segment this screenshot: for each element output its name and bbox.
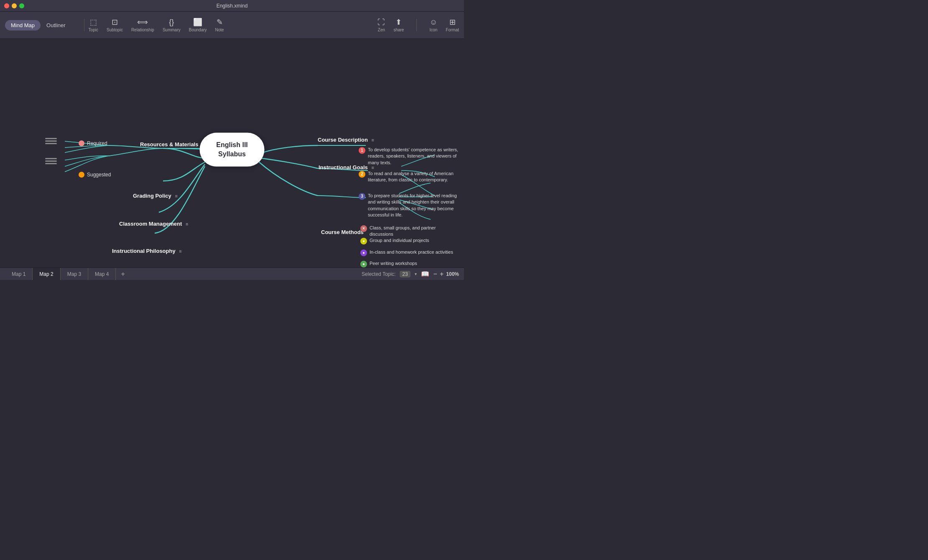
method-1-bullet: × xyxy=(360,225,367,232)
bottombar: Map 1 Map 2 Map 3 Map 4 + Selected Topic… xyxy=(0,267,464,280)
toolbar-divider xyxy=(84,19,84,31)
window-title: English.xmind xyxy=(217,3,248,9)
view-mode-group: Mind Map Outliner xyxy=(5,20,71,31)
goal-1[interactable]: 1 To develop students' competence as wri… xyxy=(359,147,461,166)
close-button[interactable] xyxy=(4,3,9,8)
chevron-down-icon[interactable]: ▾ xyxy=(415,272,417,276)
summary-icon: {} xyxy=(169,18,174,26)
map-tab-2[interactable]: Map 2 xyxy=(33,268,60,280)
boundary-button[interactable]: ⬜ Boundary xyxy=(189,18,207,32)
icon-button[interactable]: ☺ Icon xyxy=(429,18,437,32)
goal-2[interactable]: 2 To read and analyse a variety of Ameri… xyxy=(359,171,461,183)
central-node[interactable]: English III Syllabus xyxy=(200,133,265,167)
method-4-bullet: ● xyxy=(360,261,367,267)
required-dot xyxy=(79,140,84,146)
toolbar-divider-right xyxy=(416,19,417,31)
required-dots xyxy=(45,138,57,144)
toolbar-right: ⛶ Zen ⬆ share ☺ Icon ⊞ Format xyxy=(377,18,459,32)
topic-grading[interactable]: Grading Policy ≡ xyxy=(133,193,178,199)
topic-instructional-phil[interactable]: Instructional Philosophy ≡ xyxy=(112,248,182,254)
traffic-lights xyxy=(4,3,24,8)
topic-count: 23 xyxy=(400,271,410,277)
titlebar: English.xmind xyxy=(0,0,464,12)
map-tab-1[interactable]: Map 1 xyxy=(5,268,33,280)
mindmap-canvas[interactable]: English III Syllabus Resources & Materia… xyxy=(0,39,464,267)
share-icon: ⬆ xyxy=(395,18,402,26)
minimize-button[interactable] xyxy=(12,3,17,8)
goal-1-bullet: 1 xyxy=(359,147,365,154)
subtopic-icon: ⊡ xyxy=(112,18,118,26)
inst-phil-note-icon: ≡ xyxy=(179,249,181,254)
subtopic-button[interactable]: ⊡ Subtopic xyxy=(107,18,123,32)
maximize-button[interactable] xyxy=(19,3,24,8)
zoom-controls: − + 100% xyxy=(433,270,459,278)
topic-classroom[interactable]: Classroom Management ≡ xyxy=(119,221,188,227)
topic-button[interactable]: ⬚ Topic xyxy=(89,18,98,32)
suggested-dot xyxy=(79,172,84,178)
course-desc-note-icon: ≡ xyxy=(372,137,374,143)
res-suggested[interactable]: Suggested xyxy=(79,172,111,178)
icon-icon: ☺ xyxy=(430,18,437,26)
central-node-text: English III xyxy=(216,141,248,148)
note-button[interactable]: ✎ Note xyxy=(215,18,224,32)
mindmap-view-button[interactable]: Mind Map xyxy=(5,20,41,31)
boundary-icon: ⬜ xyxy=(193,18,202,26)
map-tab-4[interactable]: Map 4 xyxy=(88,268,116,280)
goal-3-bullet: 3 xyxy=(359,193,365,200)
classroom-note-icon: ≡ xyxy=(186,221,188,227)
map-tab-3[interactable]: Map 3 xyxy=(61,268,88,280)
topic-icon: ⬚ xyxy=(90,18,97,26)
zoom-in-button[interactable]: + xyxy=(440,270,444,278)
zen-button[interactable]: ⛶ Zen xyxy=(377,18,385,32)
zoom-out-button[interactable]: − xyxy=(433,270,437,278)
zen-icon: ⛶ xyxy=(377,18,385,26)
method-2-bullet: ● xyxy=(360,238,367,244)
share-button[interactable]: ⬆ share xyxy=(393,18,404,32)
add-map-button[interactable]: + xyxy=(116,268,130,280)
res-required[interactable]: Required xyxy=(79,140,107,146)
suggested-dots xyxy=(45,158,57,164)
central-node-text2: Syllabus xyxy=(218,150,246,158)
method-2[interactable]: ● Group and individual projects xyxy=(360,237,429,244)
book-icon: 📖 xyxy=(421,270,429,278)
grading-note-icon: ≡ xyxy=(175,193,177,199)
topic-course-desc[interactable]: Course Description ≡ xyxy=(318,137,374,143)
selected-topic-label: Selected Topic: xyxy=(362,271,395,277)
format-icon: ⊞ xyxy=(449,18,456,26)
bottombar-right: Selected Topic: 23 ▾ 📖 − + 100% xyxy=(362,270,459,278)
summary-button[interactable]: {} Summary xyxy=(163,18,181,32)
method-3[interactable]: ● In-class and homework practice activit… xyxy=(360,249,453,256)
method-3-bullet: ● xyxy=(360,249,367,256)
zoom-level: 100% xyxy=(446,271,459,277)
note-icon: ✎ xyxy=(217,18,223,26)
toolbar: Mind Map Outliner ⬚ Topic ⊡ Subtopic ⟺ R… xyxy=(0,12,464,39)
topic-resources[interactable]: Resources & Materials xyxy=(140,141,198,148)
topic-course-methods[interactable]: Course Methods xyxy=(321,229,364,235)
goal-2-bullet: 2 xyxy=(359,171,365,178)
format-button[interactable]: ⊞ Format xyxy=(446,18,459,32)
method-4[interactable]: ● Peer writing workshops xyxy=(360,260,417,267)
toolbar-actions: ⬚ Topic ⊡ Subtopic ⟺ Relationship {} Sum… xyxy=(89,18,378,32)
goal-3[interactable]: 3 To prepare students for higher-level r… xyxy=(359,193,461,219)
method-1[interactable]: × Class, small groups, and partner discu… xyxy=(360,225,461,238)
relationship-icon: ⟺ xyxy=(137,18,148,26)
relationship-button[interactable]: ⟺ Relationship xyxy=(131,18,154,32)
outliner-view-button[interactable]: Outliner xyxy=(41,20,71,31)
